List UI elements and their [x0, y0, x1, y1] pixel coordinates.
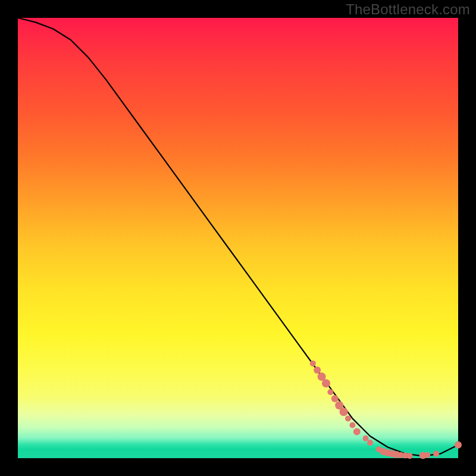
data-marker: [322, 379, 330, 387]
data-marker: [424, 452, 430, 458]
data-marker: [367, 440, 373, 446]
chart-frame: TheBottleneck.com: [0, 0, 476, 476]
data-marker: [327, 389, 333, 395]
data-marker: [345, 415, 351, 421]
data-marker: [314, 367, 321, 374]
data-marker: [349, 422, 355, 428]
data-marker: [455, 441, 462, 449]
data-marker: [310, 361, 316, 367]
chart-svg: [18, 18, 458, 458]
watermark-label: TheBottleneck.com: [346, 1, 470, 18]
data-marker: [363, 436, 369, 441]
data-marker: [407, 453, 413, 459]
plot-area: [18, 18, 458, 458]
bottleneck-curve: [18, 18, 458, 456]
data-marker: [433, 451, 439, 457]
data-marker: [340, 408, 348, 416]
marker-group: [310, 361, 462, 459]
data-marker: [331, 395, 339, 402]
data-marker: [353, 428, 361, 436]
